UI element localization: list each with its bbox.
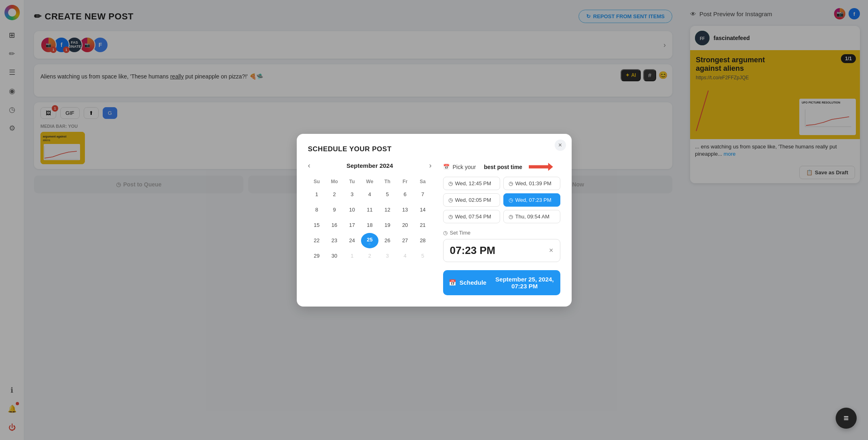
cal-day-oct-2[interactable]: 2 <box>361 248 379 264</box>
cal-day-17[interactable]: 17 <box>343 218 361 233</box>
time-clear-button[interactable]: × <box>549 246 553 255</box>
cal-day-25-selected[interactable]: 25 <box>361 233 379 248</box>
modal-title: SCHEDULE YOUR POST <box>308 145 432 153</box>
cal-day-2[interactable]: 2 <box>325 187 343 202</box>
calendar-section: SCHEDULE YOUR POST ‹ September 2024 › Su… <box>308 145 432 295</box>
cal-day-20[interactable]: 20 <box>396 218 414 233</box>
cal-header-su: Su <box>308 176 326 187</box>
fab-menu-icon: ≡ <box>844 413 849 423</box>
calendar-prev-button[interactable]: ‹ <box>308 161 310 170</box>
arrow-indicator <box>529 163 553 171</box>
cal-day-7[interactable]: 7 <box>414 187 432 202</box>
cal-header-we: We <box>361 176 379 187</box>
schedule-modal: × SCHEDULE YOUR POST ‹ September 2024 › … <box>297 134 572 307</box>
cal-day-5[interactable]: 5 <box>378 187 396 202</box>
cal-header-sa: Sa <box>414 176 432 187</box>
cal-day-12[interactable]: 12 <box>378 202 396 218</box>
cal-header-fr: Fr <box>396 176 414 187</box>
modal-close-button[interactable]: × <box>555 140 566 151</box>
cal-day-6[interactable]: 6 <box>396 187 414 202</box>
cal-day-4[interactable]: 4 <box>361 187 379 202</box>
cal-day-21[interactable]: 21 <box>414 218 432 233</box>
cal-day-oct-5[interactable]: 5 <box>414 248 432 264</box>
cal-day-oct-3[interactable]: 3 <box>378 248 396 264</box>
modal-overlay[interactable]: × SCHEDULE YOUR POST ‹ September 2024 › … <box>0 0 868 440</box>
cal-day-oct-1[interactable]: 1 <box>343 248 361 264</box>
schedule-btn-icon: 📅 <box>449 279 456 286</box>
cal-day-30[interactable]: 30 <box>325 248 343 264</box>
cal-day-10[interactable]: 10 <box>343 202 361 218</box>
cal-header-tu: Tu <box>343 176 361 187</box>
clock-icon-2: ◷ <box>509 180 513 186</box>
time-slot-0754[interactable]: ◷ Wed, 07:54 PM <box>443 210 500 223</box>
calendar-next-button[interactable]: › <box>429 161 431 170</box>
clock-icon-1: ◷ <box>448 180 453 186</box>
cal-day-16[interactable]: 16 <box>325 218 343 233</box>
calendar-week-5: 29 30 1 2 3 4 5 <box>308 248 432 264</box>
cal-day-28[interactable]: 28 <box>414 233 432 248</box>
calendar-week-4: 22 23 24 25 26 27 28 <box>308 233 432 248</box>
time-slot-0139[interactable]: ◷ Wed, 01:39 PM <box>503 177 560 190</box>
cal-day-27[interactable]: 27 <box>396 233 414 248</box>
cal-day-23[interactable]: 23 <box>325 233 343 248</box>
cal-day-22[interactable]: 22 <box>308 233 326 248</box>
cal-day-oct-4[interactable]: 4 <box>396 248 414 264</box>
time-picker-section: 📅 Pick your best post time ◷ Wed, 12:45 … <box>443 145 560 295</box>
calendar-grid: Su Mo Tu We Th Fr Sa 1 2 3 4 <box>308 176 432 264</box>
fab-menu-button[interactable]: ≡ <box>836 408 857 429</box>
cal-day-15[interactable]: 15 <box>308 218 326 233</box>
cal-header-mo: Mo <box>325 176 343 187</box>
time-slot-0954[interactable]: ◷ Thu, 09:54 AM <box>503 210 560 223</box>
cal-header-th: Th <box>378 176 396 187</box>
cal-day-13[interactable]: 13 <box>396 202 414 218</box>
calendar-week-3: 15 16 17 18 19 20 21 <box>308 218 432 233</box>
cal-day-11[interactable]: 11 <box>361 202 379 218</box>
time-slots-grid: ◷ Wed, 12:45 PM ◷ Wed, 01:39 PM ◷ Wed, 0… <box>443 177 560 223</box>
cal-day-24[interactable]: 24 <box>343 233 361 248</box>
clock-icon-set: ◷ <box>443 230 448 236</box>
clock-icon-3: ◷ <box>448 197 453 203</box>
cal-day-18[interactable]: 18 <box>361 218 379 233</box>
cal-day-9[interactable]: 9 <box>325 202 343 218</box>
clock-icon-6: ◷ <box>509 214 513 220</box>
calendar-month-year: September 2024 <box>346 162 393 169</box>
time-slot-0723[interactable]: ◷ Wed, 07:23 PM <box>503 193 560 207</box>
cal-day-19[interactable]: 19 <box>378 218 396 233</box>
best-time-label: 📅 Pick your best post time <box>443 163 560 171</box>
calendar-week-1: 1 2 3 4 5 6 7 <box>308 187 432 202</box>
cal-day-14[interactable]: 14 <box>414 202 432 218</box>
cal-day-1[interactable]: 1 <box>308 187 326 202</box>
time-input-row: 07:23 PM × <box>443 239 560 262</box>
cal-day-26[interactable]: 26 <box>378 233 396 248</box>
calendar-week-2: 8 9 10 11 12 13 14 <box>308 202 432 218</box>
time-slot-0205[interactable]: ◷ Wed, 02:05 PM <box>443 193 500 207</box>
schedule-confirm-button[interactable]: 📅 Schedule September 25, 2024, 07:23 PM <box>443 270 560 295</box>
set-time-label: ◷ Set Time <box>443 230 560 236</box>
time-slot-1245[interactable]: ◷ Wed, 12:45 PM <box>443 177 500 190</box>
clock-icon-5: ◷ <box>448 214 453 220</box>
clock-icon-4: ◷ <box>509 197 513 203</box>
calendar-nav: ‹ September 2024 › <box>308 161 432 170</box>
cal-day-29[interactable]: 29 <box>308 248 326 264</box>
time-display[interactable]: 07:23 PM <box>450 244 496 257</box>
cal-day-8[interactable]: 8 <box>308 202 326 218</box>
cal-day-3[interactable]: 3 <box>343 187 361 202</box>
